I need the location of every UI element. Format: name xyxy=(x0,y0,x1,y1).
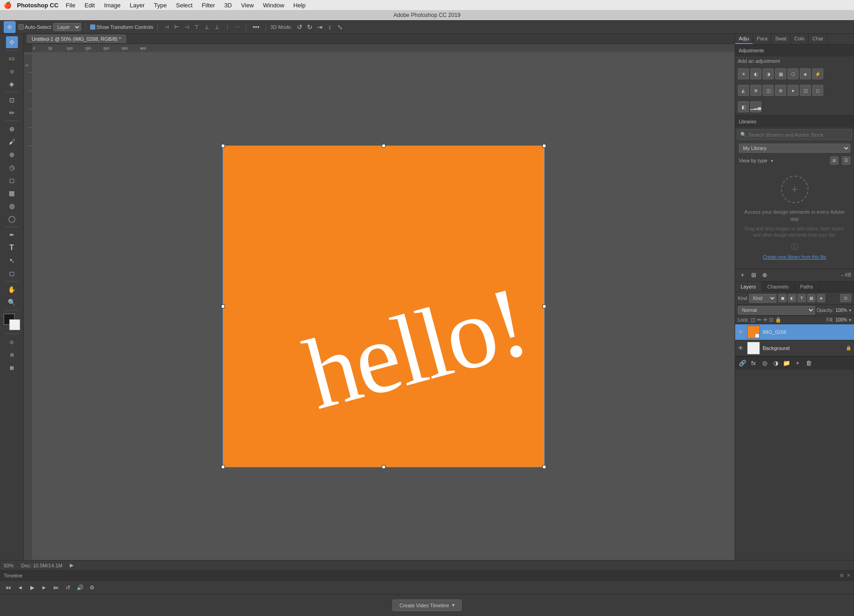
menu-image[interactable]: Image xyxy=(100,1,124,10)
libraries-dropdown[interactable]: My Library xyxy=(739,144,850,153)
layer-row-img0268[interactable]: 👁 IMG_0268 xyxy=(735,324,854,340)
move-tool-btn[interactable]: ✥ xyxy=(4,21,16,33)
adj-posterize[interactable]: ● xyxy=(787,85,798,96)
menu-view[interactable]: View xyxy=(237,1,257,10)
layer-vis-img0268[interactable]: 👁 xyxy=(738,329,744,335)
tool-blur[interactable]: ◍ xyxy=(6,200,18,212)
filter-shape-btn[interactable]: ▦ xyxy=(807,294,815,302)
new-layer-btn[interactable]: + xyxy=(793,359,802,368)
add-layer-btn[interactable]: + xyxy=(738,271,747,280)
menu-help[interactable]: Help xyxy=(290,1,309,10)
apple-menu[interactable]: 🍎 xyxy=(4,1,11,9)
tab-para[interactable]: Para xyxy=(753,34,771,44)
canvas-area[interactable]: Untitled-1 @ 50% (IMG_0268, RGB/8) * 0 5… xyxy=(24,34,735,560)
more-options-btn[interactable]: ••• xyxy=(251,22,262,33)
tool-path-select[interactable]: ↖ xyxy=(6,255,18,266)
tab-char[interactable]: Char xyxy=(809,34,827,44)
adj-invert[interactable]: ⊗ xyxy=(775,85,786,96)
tool-zoom[interactable]: 🔍 xyxy=(6,296,18,308)
adj-color-lookup[interactable]: ◫ xyxy=(763,85,774,96)
help-icon[interactable]: ⓘ xyxy=(791,242,798,252)
adj-levels[interactable]: ▁▂▄ xyxy=(750,101,761,112)
add-mask-btn[interactable]: ◎ xyxy=(760,359,769,368)
list-view-btn[interactable]: ☰ xyxy=(842,156,850,165)
menu-layer[interactable]: Layer xyxy=(126,1,149,10)
tool-shape[interactable]: ◻ xyxy=(6,267,18,279)
3d-pan-btn[interactable]: ⇥ xyxy=(315,22,324,32)
layer-vis-bg[interactable]: 👁 xyxy=(738,345,744,351)
adj-curves[interactable]: ◐ xyxy=(750,68,761,79)
canvas-image[interactable]: hello! xyxy=(223,146,544,467)
layer-row-background[interactable]: 👁 Background 🔒 xyxy=(735,340,854,356)
view-by-chevron[interactable]: ▾ xyxy=(771,158,773,163)
tool-hand[interactable]: ✋ xyxy=(6,283,18,295)
adjustments-header[interactable]: Adjustments xyxy=(735,44,854,56)
menu-file[interactable]: File xyxy=(62,1,79,10)
menu-type[interactable]: Type xyxy=(150,1,170,10)
tab-colo[interactable]: Colo xyxy=(791,34,809,44)
tab-paths[interactable]: Paths xyxy=(795,282,819,292)
fill-chevron[interactable]: ▾ xyxy=(849,317,851,322)
add-group-btn[interactable]: 📁 xyxy=(782,359,791,368)
add-style-btn[interactable]: fx xyxy=(749,359,758,368)
dist-h-btn[interactable]: ⋮ xyxy=(223,22,232,32)
adj-black-white[interactable]: ⚡ xyxy=(812,68,823,79)
tl-prev-frame[interactable]: ◄ xyxy=(16,583,25,592)
adj-threshold[interactable]: ◫ xyxy=(800,85,811,96)
link-layers-btn[interactable]: 🔗 xyxy=(738,359,747,368)
tl-audio[interactable]: 🔊 xyxy=(75,583,84,592)
libraries-search-input[interactable] xyxy=(748,132,849,138)
timeline-close-btn[interactable]: ✕ xyxy=(847,573,850,578)
align-bottom-btn[interactable]: ⊥ xyxy=(212,22,222,32)
tool-history[interactable]: ◷ xyxy=(6,161,18,173)
app-name[interactable]: Photoshop CC xyxy=(17,2,58,9)
lock-artboard-btn[interactable]: ⊡ xyxy=(769,317,773,323)
align-center-btn[interactable]: ⊢ xyxy=(172,22,181,32)
kind-dropdown[interactable]: Kind xyxy=(749,294,776,303)
blend-mode-select[interactable]: Normal Dissolve Multiply Screen xyxy=(738,306,815,315)
tool-healing[interactable]: ⊕ xyxy=(6,123,18,135)
lock-paint-btn[interactable]: ✏ xyxy=(757,317,761,323)
tool-eraser[interactable]: ◻ xyxy=(6,174,18,186)
opacity-value[interactable]: 100% xyxy=(835,308,847,313)
tool-gradient[interactable]: ▦ xyxy=(6,187,18,199)
tab-channels[interactable]: Channels xyxy=(762,282,794,292)
3d-roll-btn[interactable]: ↻ xyxy=(305,22,314,32)
tab-adjustments[interactable]: Adju xyxy=(735,34,753,44)
tool-pen[interactable]: ✒ xyxy=(6,229,18,241)
adj-color-balance[interactable]: ◈ xyxy=(800,68,811,79)
filter-type-btn[interactable]: T xyxy=(798,294,806,302)
adj-hsl[interactable]: ⬡ xyxy=(787,68,798,79)
tool-eyedropper[interactable]: ✏ xyxy=(6,107,18,119)
auto-select-checkbox[interactable] xyxy=(18,24,24,30)
background-color[interactable] xyxy=(9,319,20,330)
document-tab[interactable]: Untitled-1 @ 50% (IMG_0268, RGB/8) * xyxy=(27,34,126,43)
adj-exposure[interactable]: ◑ xyxy=(763,68,774,79)
align-middle-btn[interactable]: ⊥ xyxy=(202,22,212,32)
tool-type[interactable]: T xyxy=(6,242,18,254)
grid-view-btn[interactable]: ⊞ xyxy=(830,156,838,165)
auto-select-dropdown[interactable]: Layer Group xyxy=(53,23,81,31)
align-left-btn[interactable]: ⊣ xyxy=(162,22,171,32)
tool-lasso[interactable]: ⌾ xyxy=(6,65,18,77)
tl-settings[interactable]: ⚙ xyxy=(87,583,96,592)
tl-goto-start[interactable]: ⏮ xyxy=(4,583,13,592)
adj-photo-filter[interactable]: ◭ xyxy=(738,85,749,96)
menu-window[interactable]: Window xyxy=(259,1,288,10)
adj-gradient-map[interactable]: ◻ xyxy=(812,85,823,96)
adj-selective-color[interactable]: ◧ xyxy=(738,101,749,112)
adj-channel-mixer[interactable]: ⊕ xyxy=(750,85,761,96)
dist-v-btn[interactable]: ⋯ xyxy=(233,22,242,32)
delete-layer-btn[interactable]: 🗑 xyxy=(804,359,813,368)
tool-clone[interactable]: ⊕ xyxy=(6,149,18,161)
tool-quick-select[interactable]: ◈ xyxy=(6,78,18,90)
color-swatch-area[interactable] xyxy=(4,314,20,330)
create-library-link[interactable]: Create new library from this file xyxy=(763,255,826,260)
add-to-library-btn[interactable]: + xyxy=(781,176,809,203)
tab-swat[interactable]: Swat xyxy=(771,34,790,44)
expand-arrow[interactable]: ▶ xyxy=(70,562,73,568)
opacity-chevron[interactable]: ▾ xyxy=(849,308,851,313)
show-transform-checkbox[interactable] xyxy=(90,24,95,30)
adj-brightness[interactable]: ☀ xyxy=(738,68,749,79)
libraries-header[interactable]: Libraries xyxy=(735,116,854,128)
